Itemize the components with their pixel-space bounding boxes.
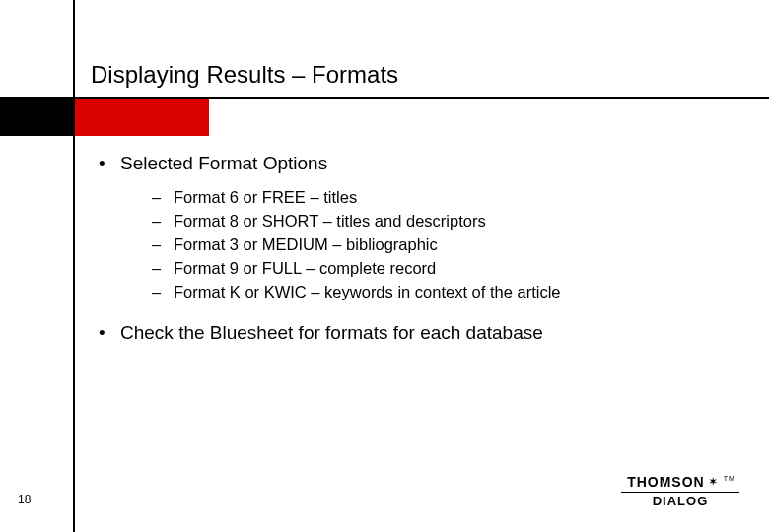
logo-top-line: THOMSON ✶ TM	[627, 474, 734, 490]
bullet-level1: • Selected Format Options	[99, 153, 710, 174]
bullet-dot-icon: •	[99, 322, 120, 344]
dash-icon: –	[152, 210, 174, 233]
page-number: 18	[18, 493, 31, 506]
bullet-level1: • Check the Bluesheet for formats for ea…	[99, 322, 710, 344]
sub-bullet-text: Format 8 or SHORT – titles and descripto…	[174, 210, 486, 233]
bullet-text: Check the Bluesheet for formats for each…	[120, 322, 543, 344]
trademark-text: TM	[724, 475, 735, 482]
sub-bullet: – Format 3 or MEDIUM – bibliographic	[152, 233, 710, 257]
thomson-dialog-logo: THOMSON ✶ TM DIALOG	[621, 473, 739, 508]
bullet-dot-icon: •	[99, 153, 120, 174]
decor-black-block	[0, 99, 75, 136]
dash-icon: –	[152, 281, 174, 304]
sub-bullet-list: – Format 6 or FREE – titles – Format 8 o…	[152, 186, 710, 304]
slide-title: Displaying Results – Formats	[91, 61, 398, 89]
star-icon: ✶	[709, 476, 718, 487]
sub-bullet-text: Format 9 or FULL – complete record	[174, 257, 436, 281]
sub-bullet-text: Format 6 or FREE – titles	[174, 186, 357, 210]
slide: Displaying Results – Formats • Selected …	[0, 0, 769, 532]
vertical-rule	[73, 0, 75, 532]
sub-bullet-text: Format 3 or MEDIUM – bibliographic	[174, 233, 438, 257]
sub-bullet: – Format 9 or FULL – complete record	[152, 257, 710, 281]
logo-thomson-text: THOMSON	[627, 474, 705, 490]
slide-body: • Selected Format Options – Format 6 or …	[99, 153, 710, 344]
sub-bullet: – Format K or KWIC – keywords in context…	[152, 281, 710, 304]
sub-bullet-text: Format K or KWIC – keywords in context o…	[174, 281, 560, 304]
dash-icon: –	[152, 186, 174, 210]
sub-bullet: – Format 8 or SHORT – titles and descrip…	[152, 210, 710, 233]
sub-bullet: – Format 6 or FREE – titles	[152, 186, 710, 210]
dash-icon: –	[152, 257, 174, 281]
dash-icon: –	[152, 233, 174, 257]
bullet-text: Selected Format Options	[120, 153, 327, 174]
decor-red-block	[75, 99, 209, 136]
logo-dialog-text: DIALOG	[621, 492, 739, 508]
